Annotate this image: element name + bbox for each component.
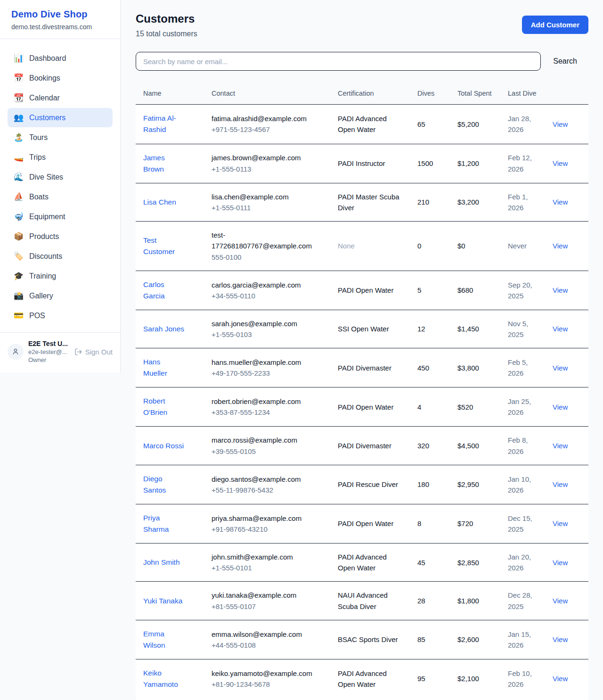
customer-total-spent: $720	[450, 504, 500, 543]
table-row: Keiko Yamamoto keiko.yamamoto@example.co…	[136, 659, 588, 698]
package-icon: 📦	[14, 231, 23, 241]
sign-out-button[interactable]: Sign Out	[74, 348, 113, 356]
view-link[interactable]: View	[553, 242, 568, 250]
customer-phone: +91-98765-43210	[212, 524, 323, 535]
view-link[interactable]: View	[553, 364, 568, 372]
customer-phone: 555-0100	[212, 252, 323, 263]
customer-email: sarah.jones@example.com	[212, 318, 323, 329]
customer-name-link[interactable]: Lisa Chen	[143, 197, 176, 208]
table-row: Marco Rossi marco.rossi@example.com +39-…	[136, 427, 588, 465]
customer-last-dive: Feb 5, 2026	[500, 348, 545, 387]
customer-phone: +81-555-0107	[212, 601, 323, 612]
sidebar-item-label: Tours	[29, 133, 48, 142]
customer-certification: BSAC Sports Diver	[330, 620, 410, 659]
sidebar-item-products[interactable]: 📦 Products	[8, 227, 113, 246]
sidebar-item-equipment[interactable]: 🤿 Equipment	[8, 207, 113, 226]
sidebar-item-label: Boats	[29, 193, 49, 201]
customer-total-spent: $3,800	[450, 348, 500, 387]
island-icon: 🏝️	[14, 132, 23, 142]
customer-name-link[interactable]: Marco Rossi	[143, 440, 184, 452]
sidebar-item-label: Discounts	[29, 252, 62, 261]
sidebar-item-discounts[interactable]: 🏷️ Discounts	[8, 247, 113, 266]
customers-table: Name Contact Certification Dives Total S…	[136, 82, 588, 698]
view-link[interactable]: View	[553, 519, 568, 527]
customer-name-link[interactable]: Test Customer	[143, 235, 186, 257]
sidebar-item-boats[interactable]: ⛵ Boats	[8, 187, 113, 206]
search-input[interactable]	[136, 52, 541, 71]
customer-last-dive: Jan 10, 2026	[500, 465, 545, 504]
view-link[interactable]: View	[553, 198, 568, 206]
view-link[interactable]: View	[553, 480, 568, 488]
customer-total-spent: $1,800	[450, 582, 500, 620]
customer-last-dive: Jan 15, 2026	[500, 620, 545, 659]
customer-phone: +353-87-555-1234	[212, 407, 323, 418]
view-link[interactable]: View	[553, 159, 568, 167]
customer-phone: +1-555-0111	[212, 202, 323, 213]
view-link[interactable]: View	[553, 325, 568, 333]
sidebar-item-tours[interactable]: 🏝️ Tours	[8, 128, 113, 147]
user-section: E2E Test U... e2e-tester@... Owner Sign …	[0, 332, 120, 373]
customer-name-link[interactable]: Diego Santos	[143, 473, 186, 496]
sidebar-item-bookings[interactable]: 📅 Bookings	[8, 68, 113, 88]
customer-last-dive: Feb 8, 2026	[500, 427, 545, 465]
customer-total-spent: $2,950	[450, 465, 500, 504]
sidebar-item-label: Trips	[29, 153, 46, 162]
sailboat-icon: ⛵	[14, 192, 23, 202]
user-role: Owner	[28, 356, 70, 363]
view-link[interactable]: View	[553, 675, 568, 683]
sidebar-item-label: Gallery	[29, 292, 53, 300]
customer-name-link[interactable]: Yuki Tanaka	[143, 595, 182, 607]
table-row: Emma Wilson emma.wilson@example.com +44-…	[136, 620, 588, 659]
customer-name-link[interactable]: Fatima Al-Rashid	[143, 113, 186, 135]
diving-mask-icon: 🤿	[14, 212, 23, 222]
customer-name-link[interactable]: Emma Wilson	[143, 628, 186, 651]
sidebar-item-training[interactable]: 🎓 Training	[8, 266, 113, 286]
customer-name-link[interactable]: Keiko Yamamoto	[143, 667, 186, 690]
customer-count: 15 total customers	[136, 30, 197, 38]
customer-email: diego.santos@example.com	[212, 474, 323, 485]
view-link[interactable]: View	[553, 635, 568, 643]
view-link[interactable]: View	[553, 286, 568, 294]
customer-certification: PADI Master Scuba Diver	[330, 183, 410, 222]
customer-email: test-1772681807767@example.com	[212, 230, 323, 252]
view-link[interactable]: View	[553, 442, 568, 450]
user-email: e2e-tester@...	[28, 348, 70, 355]
speedboat-icon: 🚤	[14, 152, 23, 162]
sidebar-item-trips[interactable]: 🚤 Trips	[8, 148, 113, 167]
customer-total-spent: $4,500	[450, 427, 500, 465]
customer-name-link[interactable]: John Smith	[143, 557, 180, 568]
customer-total-spent: $1,200	[450, 144, 500, 183]
view-link[interactable]: View	[553, 559, 568, 567]
view-link[interactable]: View	[553, 597, 568, 605]
app-layout: Demo Dive Shop demo.test.divestreams.com…	[0, 0, 603, 700]
tear-off-calendar-icon: 📆	[14, 93, 23, 103]
sidebar-item-dive-sites[interactable]: 🌊 Dive Sites	[8, 167, 113, 187]
customer-name-link[interactable]: Carlos Garcia	[143, 279, 186, 302]
customer-phone: +1-555-0103	[212, 329, 323, 340]
shop-domain: demo.test.divestreams.com	[11, 23, 109, 31]
customer-total-spent: $2,850	[450, 543, 500, 582]
search-button[interactable]: Search	[541, 57, 588, 66]
main-content: Customers 15 total customers Add Custome…	[121, 0, 603, 700]
customer-name-link[interactable]: James Brown	[143, 152, 186, 175]
add-customer-button[interactable]: Add Customer	[522, 16, 588, 34]
view-link[interactable]: View	[553, 403, 568, 411]
sidebar-item-calendar[interactable]: 📆 Calendar	[8, 88, 113, 107]
customers-table-body: Fatima Al-Rashid fatima.alrashid@example…	[136, 105, 588, 698]
view-link[interactable]: View	[553, 120, 568, 128]
sidebar-item-customers[interactable]: 👥 Customers	[8, 108, 113, 127]
sidebar-item-pos[interactable]: 💳 POS	[8, 306, 113, 325]
customer-certification: PADI Open Water	[330, 504, 410, 543]
customer-name-link[interactable]: Robert O'Brien	[143, 395, 186, 418]
customer-name-link[interactable]: Hans Mueller	[143, 356, 186, 379]
customer-name-link[interactable]: Sarah Jones	[143, 323, 184, 335]
sidebar-item-gallery[interactable]: 📸 Gallery	[8, 286, 113, 305]
sidebar-item-label: Calendar	[29, 94, 60, 102]
sidebar-item-label: POS	[29, 312, 45, 320]
sidebar-item-dashboard[interactable]: 📊 Dashboard	[8, 49, 113, 68]
customer-email: keiko.yamamoto@example.com	[212, 668, 323, 679]
customer-name-link[interactable]: Priya Sharma	[143, 512, 186, 535]
sidebar-item-label: Dive Sites	[29, 173, 63, 181]
column-header-name: Name	[136, 82, 204, 105]
customer-certification: PADI Instructor	[330, 144, 410, 183]
